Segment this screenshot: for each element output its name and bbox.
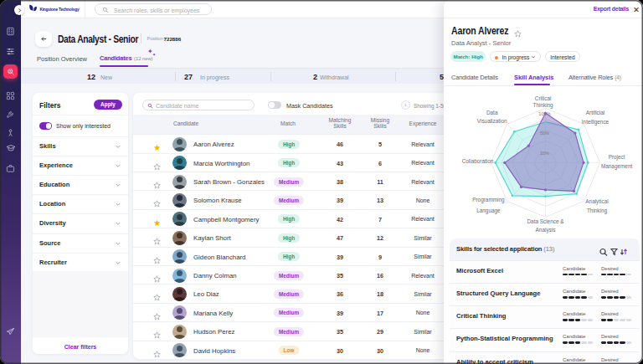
svg-text:Data Science &: Data Science & — [527, 218, 564, 224]
svg-text:Analytical: Analytical — [585, 198, 608, 205]
svg-text:Intelligence: Intelligence — [582, 119, 610, 126]
svg-text:Critical: Critical — [535, 95, 552, 101]
svg-text:100%: 100% — [538, 111, 550, 116]
svg-text:Management: Management — [601, 163, 633, 170]
svg-text:50%: 50% — [540, 131, 549, 136]
svg-text:Collaboration: Collaboration — [462, 158, 494, 164]
svg-text:10%: 10% — [540, 151, 549, 156]
svg-text:Analysis: Analysis — [536, 227, 556, 233]
svg-text:Thinking: Thinking — [533, 102, 554, 109]
svg-text:Language: Language — [476, 208, 501, 214]
svg-text:Visualization: Visualization — [477, 118, 507, 124]
svg-text:Project: Project — [609, 154, 625, 161]
svg-text:Thinking: Thinking — [587, 208, 608, 214]
svg-text:Artificial: Artificial — [586, 110, 604, 115]
svg-text:Programming: Programming — [472, 197, 505, 203]
svg-text:Data: Data — [486, 110, 498, 115]
